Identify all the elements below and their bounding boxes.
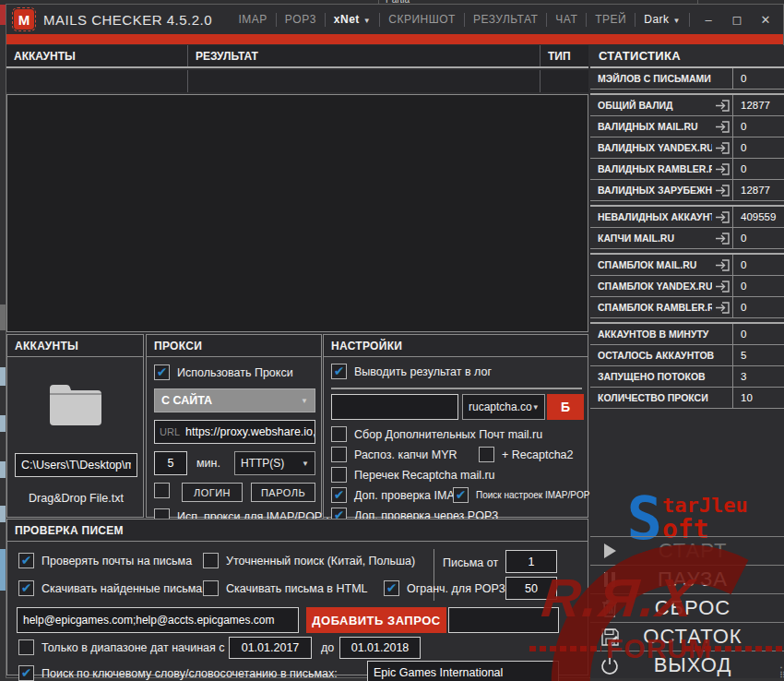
export-icon[interactable] — [712, 99, 732, 113]
stat-label: МЭЙЛОВ С ПИСЬМАМИ — [590, 73, 732, 84]
refined-search-checkbox-row[interactable]: Уточненный поиск (Китай, Польша) — [203, 553, 415, 568]
date-from-field[interactable] — [229, 637, 312, 659]
column-header-accounts[interactable]: АККАУНТЫ — [6, 45, 188, 66]
recaptcha2-checkbox-row[interactable]: + Recaptcha2 — [479, 447, 573, 462]
query-field[interactable] — [17, 607, 299, 633]
proxy-password-button[interactable]: ПАРОЛЬ — [251, 483, 315, 502]
captcha-service-value: rucaptcha.co — [469, 400, 532, 413]
checkbox[interactable] — [18, 639, 34, 655]
checkbox[interactable] — [331, 487, 347, 503]
export-icon[interactable] — [712, 210, 732, 224]
menu-imap[interactable]: IMAP — [238, 13, 267, 26]
pop3-limit-checkbox-row[interactable]: Огранч. для POP3 — [384, 580, 505, 596]
log-area[interactable] — [6, 94, 588, 332]
theme-dropdown[interactable]: Dark▼ — [644, 13, 681, 26]
stat-value: 0 — [732, 324, 784, 344]
stat-row: ВАЛИДНЫХ MAIL.RU 0 — [590, 116, 784, 137]
export-icon[interactable] — [712, 258, 732, 272]
stats-group: АККАУНТОВ В МИНУТУ 0 ОСТАЛОСЬ АККАУНТОВ … — [590, 322, 784, 409]
start-button[interactable]: СТАРТ — [590, 536, 784, 565]
checkbox[interactable] — [453, 487, 469, 503]
stat-label: ВАЛИДНЫХ RAMBLER.RU — [590, 163, 712, 174]
keyword-field[interactable] — [367, 661, 559, 681]
date-range-checkbox-row[interactable]: Только в диапазоне дат начиная с — [18, 639, 225, 655]
stat-value: 0 — [732, 297, 784, 317]
divider — [331, 388, 582, 389]
collect-extra-mail-checkbox-row[interactable]: Сбор Дополнительных Почт mail.ru — [331, 426, 542, 442]
add-query-button[interactable]: ДОБАВИТЬ ЗАПРОС — [306, 607, 446, 633]
reset-button[interactable]: СБРОС — [590, 593, 784, 622]
accounts-panel: АККАУНТЫ Drag&Drop File.txt — [6, 334, 144, 518]
checkbox[interactable] — [18, 665, 34, 681]
checkbox[interactable] — [331, 364, 347, 379]
menu-xnet-dropdown[interactable]: xNet▼ — [334, 13, 371, 26]
menu-pop3[interactable]: POP3 — [285, 13, 316, 26]
stat-row: КОЛИЧЕСТВО ПРОКСИ 10 — [590, 388, 784, 409]
export-icon[interactable] — [712, 280, 732, 293]
divider — [586, 13, 587, 27]
checkbox[interactable] — [331, 426, 347, 442]
keyword-search-checkbox-row[interactable]: Поиск по ключевому слову/словосочетанию … — [18, 665, 338, 681]
check-mails-checkbox-row[interactable]: Проверять почты на письма — [18, 553, 192, 568]
proxy-protocol-value: HTTP(S) — [241, 457, 284, 470]
menu-chat[interactable]: ЧАТ — [555, 13, 577, 26]
export-icon[interactable] — [712, 184, 732, 197]
perechek-recaptcha-checkbox-row[interactable]: Перечек Recaptcha mail.ru — [331, 467, 495, 483]
stat-value: 0 — [732, 68, 784, 89]
column-header-result[interactable]: РЕЗУЛЬТАТ — [188, 45, 540, 66]
checkbox[interactable] — [18, 553, 34, 568]
balance-button[interactable]: Б — [547, 394, 584, 420]
accounts-path-field[interactable] — [15, 453, 137, 477]
proxy-auth-checkbox[interactable] — [154, 483, 170, 498]
pop3-limit-field[interactable] — [505, 577, 557, 600]
maximize-button[interactable]: ◻ — [727, 13, 747, 27]
checkbox[interactable] — [203, 580, 219, 596]
column-header-type[interactable]: ТИП — [540, 45, 588, 66]
imap-settings-search-checkbox-row[interactable]: Поиск настроек IMAP/POP — [453, 487, 589, 503]
captcha-key-field[interactable] — [331, 394, 458, 420]
proxy-panel-title: ПРОКСИ — [147, 335, 321, 357]
proxy-source-dropdown[interactable]: С САЙТА ▼ — [154, 388, 315, 412]
html-letters-checkbox-row[interactable]: Скачивать письма в HTML — [203, 580, 368, 596]
recognize-captcha-checkbox-row[interactable]: Распоз. капчи MYR — [331, 447, 457, 462]
table-row[interactable] — [6, 70, 588, 92]
menu-tray[interactable]: ТРЕЙ — [595, 13, 626, 26]
exit-button[interactable]: ВЫХОД — [590, 651, 784, 678]
captcha-service-dropdown[interactable]: rucaptcha.co ▼ — [462, 394, 545, 420]
imap-check-checkbox-row[interactable]: Доп. проверка IMAP — [331, 487, 462, 503]
minimize-button[interactable]: – — [698, 13, 719, 27]
checkbox[interactable] — [154, 364, 170, 380]
proxy-refresh-minutes-field[interactable] — [154, 451, 187, 475]
dragdrop-hint: Drag&Drop File.txt — [7, 492, 145, 505]
pause-button[interactable]: ПАУЗА — [590, 565, 784, 593]
proxy-protocol-dropdown[interactable]: HTTP(S) ▼ — [234, 451, 315, 475]
menu-result[interactable]: РЕЗУЛЬТАТ — [473, 13, 538, 26]
folder-icon[interactable] — [46, 381, 105, 433]
proxy-login-button[interactable]: ЛОГИН — [182, 483, 243, 502]
letters-from-field[interactable] — [505, 550, 557, 573]
export-icon[interactable] — [712, 120, 732, 134]
checkbox[interactable] — [331, 467, 347, 483]
log-output-checkbox-row[interactable]: Выводить результат в лог — [331, 364, 492, 379]
use-proxy-checkbox-row[interactable]: Использовать Прокси — [154, 364, 293, 380]
export-icon[interactable] — [712, 232, 732, 245]
extra-query-field[interactable] — [448, 607, 559, 633]
export-icon[interactable] — [712, 301, 732, 315]
date-to-field[interactable] — [339, 637, 421, 659]
checkbox[interactable] — [203, 553, 219, 568]
download-letters-checkbox-row[interactable]: Скачивать найденные письма — [18, 580, 202, 596]
export-icon[interactable] — [712, 162, 732, 176]
remainder-button[interactable]: ОСТАТОК — [590, 622, 784, 651]
proxy-url-field[interactable]: URL https://proxy.webshare.io, — [154, 420, 315, 444]
date-to-label: до — [321, 641, 334, 654]
checkbox[interactable] — [18, 580, 34, 596]
checkbox[interactable] — [384, 580, 399, 596]
checkbox[interactable] — [331, 447, 347, 462]
close-button[interactable]: ✕ — [755, 13, 776, 27]
resize-grip[interactable]: ⠄⠤⠶ — [770, 663, 784, 678]
export-icon[interactable] — [712, 141, 732, 155]
checkbox[interactable] — [479, 447, 494, 462]
letters-from-label: Письма от — [443, 556, 498, 569]
menu-screenshot[interactable]: СКРИНШОТ — [388, 13, 456, 26]
stat-value: 0 — [732, 137, 784, 158]
